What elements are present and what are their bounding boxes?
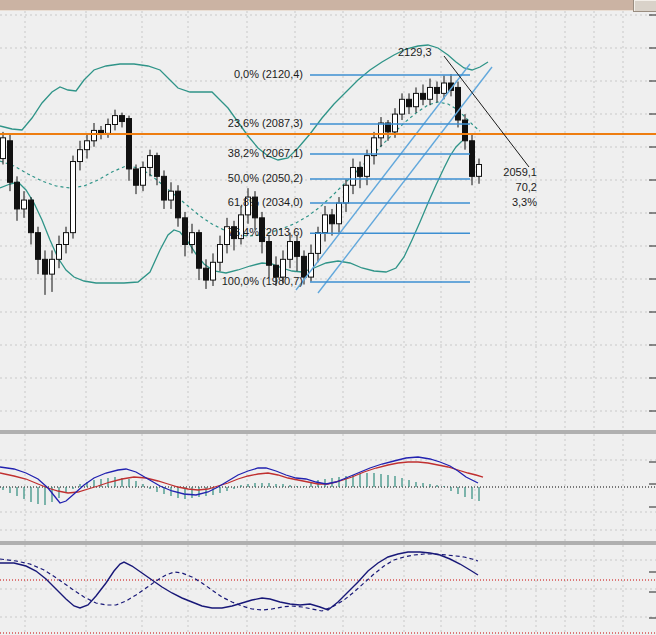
fib-label-50[interactable]: 50,0% (2050,2)	[228, 172, 303, 185]
panel-splitter-1[interactable]	[0, 430, 656, 434]
fib-label-100[interactable]: 100,0% (1980,7)	[222, 275, 303, 288]
fib-label-0[interactable]: 0,0% (2120,4)	[234, 68, 303, 81]
measure-change: 70,2	[503, 180, 537, 195]
macd-panel[interactable]	[0, 434, 656, 541]
fib-label-76[interactable]: 76,4% (2013,6)	[228, 226, 303, 239]
chart-window: 0,0% (2120,4) 23,6% (2087,3) 38,2% (2067…	[0, 0, 656, 635]
fib-label-38[interactable]: 38,2% (2067,1)	[228, 147, 303, 160]
fib-label-23[interactable]: 23,6% (2087,3)	[228, 117, 303, 130]
window-top-strip	[0, 0, 656, 11]
measure-price: 2059,1	[503, 165, 537, 180]
corner-button[interactable]	[633, 0, 656, 12]
chart-canvas[interactable]	[0, 0, 656, 635]
measure-percent: 3,3%	[503, 195, 537, 210]
stoch-panel[interactable]	[0, 545, 656, 635]
measure-annotation[interactable]: 2059,1 70,2 3,3%	[503, 165, 537, 210]
panel-splitter-2[interactable]	[0, 541, 656, 545]
swing-high-label[interactable]: 2129,3	[398, 46, 432, 59]
fib-label-61[interactable]: 61,8% (2034,0)	[228, 196, 303, 209]
